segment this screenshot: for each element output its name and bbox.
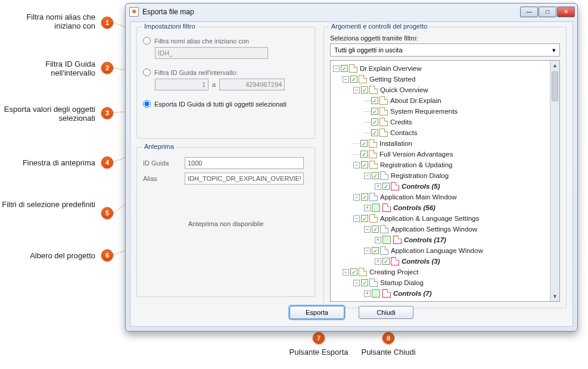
tree-node[interactable]: +Controls (7) [332,288,558,299]
alias-prefix-input[interactable] [155,47,268,59]
idguida-value[interactable] [185,157,304,169]
expand-icon[interactable]: + [375,183,381,190]
checkbox-icon[interactable]: ✓ [341,65,348,72]
scrollbar-thumb[interactable] [552,71,558,101]
radio-range-row[interactable]: Filtra ID Guida nell'intervallo: [143,68,309,76]
tree-node[interactable]: +Controls (56) [332,202,558,213]
tree-node[interactable]: ✓Credits [332,117,558,127]
annotation-6-badge: 6 [101,249,113,261]
tree-label: Installation [379,140,412,147]
range-from-input[interactable] [155,79,209,90]
checkbox-icon[interactable]: ✓ [361,215,368,222]
filter-combo[interactable]: Tutti gli oggetti in uscita ▾ [330,43,560,57]
checkbox-icon[interactable]: ✓ [372,226,379,233]
tree-node[interactable]: −✓Application Settings Window [332,224,558,234]
tree-node[interactable]: −✓Application Main Window [332,192,558,202]
expand-icon[interactable]: + [375,258,381,265]
tree-node[interactable]: −✓Getting Started [332,74,558,85]
checkbox-icon[interactable]: ✓ [382,183,390,190]
checkbox-icon[interactable]: ✓ [371,118,378,126]
checkbox-icon[interactable]: ✓ [372,247,379,254]
tree-label: Startup Dialog [380,279,424,286]
tree-label: Application & Language Settings [380,215,479,222]
checkbox-icon[interactable]: ✓ [361,279,368,286]
checkbox-icon[interactable]: ✓ [371,97,378,104]
collapse-icon[interactable]: − [353,280,360,286]
collapse-icon[interactable]: − [343,269,349,276]
titlebar[interactable]: ✱ Esporta file map — □ ✕ [126,4,577,20]
tree-label: Full Version Advantages [379,151,453,158]
tree-node[interactable]: +✓Controls (5) [332,181,558,192]
window-icon [369,193,378,201]
collapse-icon[interactable]: − [353,87,360,93]
radio-range[interactable] [143,68,151,76]
tree-scrollbar[interactable]: ▲ ▼ [550,61,559,301]
tree-node[interactable]: −✓Registration Dialog [332,170,558,181]
checkbox-icon[interactable]: ✓ [361,161,368,168]
filter-group-title: Impostazioni filtro [142,23,198,30]
preview-group-title: Anteprima [142,143,176,150]
tree-node[interactable]: −✓Dr.Explain Overview [332,63,558,74]
scroll-up-icon[interactable]: ▲ [550,61,559,70]
tree-node[interactable]: −✓Application & Language Settings [332,213,558,224]
tree-node[interactable]: −✓Registration & Updating [332,160,558,170]
checkbox-icon[interactable]: ✓ [361,193,368,201]
tree-node[interactable]: ✓Installation [332,138,558,149]
page-icon [379,118,388,126]
maximize-button[interactable]: □ [539,7,556,17]
collapse-icon[interactable]: − [353,194,360,201]
checkbox-icon[interactable]: ✓ [371,108,378,115]
close-button[interactable]: Chiudi [359,306,413,319]
checkbox-icon[interactable]: ✓ [350,76,357,83]
radio-export-row[interactable]: Esporta ID Guida di tutti gli oggetti se… [143,100,309,108]
tree-label: Controls (7) [393,290,432,297]
radio-export-selected[interactable] [143,100,151,108]
tree-node[interactable]: −✓Creating Project [332,267,558,277]
tree-label: System Requirements [390,108,458,115]
tree-node[interactable]: ✓System Requirements [332,106,558,117]
checkbox-icon[interactable]: ✓ [350,268,357,276]
tree-node[interactable]: −✓Startup Dialog [332,277,558,288]
collapse-icon[interactable]: − [353,162,360,168]
alias-value-field[interactable] [185,173,304,185]
checkbox-icon[interactable]: ✓ [360,140,368,147]
checkbox-icon[interactable]: ✓ [382,258,390,265]
expand-icon[interactable]: + [375,237,381,243]
page-icon [369,161,378,169]
tree-node[interactable]: +✓Controls (3) [332,256,558,267]
collapse-icon[interactable]: − [364,173,371,179]
page-icon [369,150,377,158]
tree-node[interactable]: ✓Full Version Advantages [332,149,558,160]
annotation-8-badge: 8 [382,332,394,344]
expand-icon[interactable]: + [364,290,371,297]
collapse-icon[interactable]: − [364,226,371,233]
checkbox-icon[interactable]: ✓ [372,172,379,179]
collapse-icon[interactable]: − [333,65,340,72]
tree-node[interactable]: +Controls (17) [332,234,558,245]
tree-node[interactable]: −✓Quick Overview [332,85,558,95]
radio-alias[interactable] [143,37,151,45]
minimize-button[interactable]: — [520,7,538,17]
project-tree[interactable]: ▲ ▼ −✓Dr.Explain Overview −✓Getting Star… [330,60,560,302]
radio-alias-row[interactable]: Filtra nomi alias che iniziano con [143,37,309,45]
expand-icon[interactable]: + [364,205,371,211]
annotation-6-label: Albero del progetto [0,251,95,260]
window-title: Esporta file map [142,8,194,16]
checkbox-icon[interactable]: ✓ [360,151,368,158]
checkbox-icon[interactable]: ✓ [361,86,368,93]
collapse-icon[interactable]: − [343,76,349,83]
scroll-down-icon[interactable]: ▼ [550,292,559,301]
annotation-2-badge: 2 [101,62,113,74]
page-icon [359,268,367,276]
collapse-icon[interactable]: − [353,215,360,222]
window-close-button[interactable]: ✕ [557,7,575,17]
export-button[interactable]: Esporta [290,306,344,319]
tree-label: Contacts [390,129,417,136]
collapse-icon[interactable]: − [364,248,371,254]
range-to-input[interactable] [219,79,285,90]
tree-node[interactable]: −✓Application Language Window [332,245,558,256]
tree-node[interactable]: ✓Contacts [332,127,558,138]
checkbox-icon[interactable]: ✓ [371,129,378,136]
window-icon [369,279,378,287]
tree-node[interactable]: ✓About Dr.Explain [332,95,558,106]
